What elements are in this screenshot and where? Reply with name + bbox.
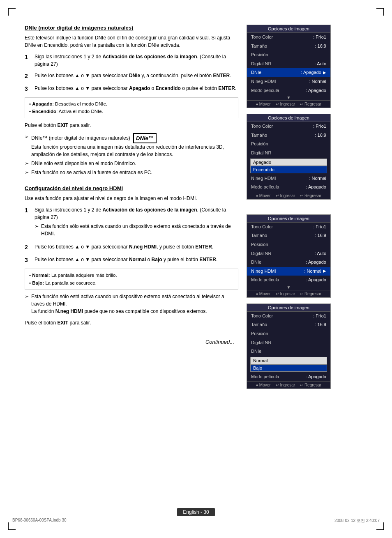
osd-3-value-digitalnr: : Auto xyxy=(315,250,326,258)
dnie-bullet-2: ➢ DNIe sólo está disponible en el modo D… xyxy=(25,160,238,167)
osd-2-label-digitalnr: Digital NR xyxy=(251,149,272,157)
osd-2-label-tamano: Tamaño xyxy=(251,132,267,139)
step-2-number: 2 xyxy=(25,72,31,80)
osd-2-row-nneg: N.neg HDMI : Normal xyxy=(247,174,330,183)
osd-3-row-4: Digital NR : Auto xyxy=(247,249,330,258)
osd-3-row-modo: Modo película : Apagado xyxy=(247,276,330,285)
osd-2-footer-regresar: ↩ Regresar xyxy=(300,193,321,198)
osd-1-value-tamano: : 16:9 xyxy=(315,43,326,50)
left-column: DNIe (motor digital de imágenes naturale… xyxy=(25,25,238,395)
osd-1-label-nneg: N.neg HDMI xyxy=(251,78,276,85)
osd-1-row-dnie: DNIe : Apagado ▶ xyxy=(247,68,330,77)
osd-3-label-digitalnr: Digital NR xyxy=(251,250,272,258)
osd-4-label-modo: Modo película xyxy=(251,373,279,381)
osd-section-spacer xyxy=(247,205,333,214)
osd-4-label-dnie: DNIe xyxy=(251,348,261,355)
page-footer: English - 30 BP68-00660A-00SPA.indb 30 2… xyxy=(0,508,392,524)
osd-4-row-dnie: DNIe xyxy=(247,347,330,356)
osd-2-row-4: Digital NR xyxy=(247,149,330,158)
step-1-number: 1 xyxy=(25,53,31,68)
osd-4-row-1: Tono Color : Frío1 xyxy=(247,312,330,321)
main-content: DNIe (motor digital de imágenes naturale… xyxy=(25,25,369,395)
osd-2-row-modo: Modo película : Apagado xyxy=(247,183,330,192)
osd-2-value-tamano: : 16:9 xyxy=(315,132,326,139)
hdmi-step-2-number: 2 xyxy=(25,243,31,252)
osd-2-footer-ingresar: ↵ Ingresar xyxy=(276,193,295,198)
osd-3-label-dnie: DNIe xyxy=(251,259,261,266)
osd-4-row-3: Posición xyxy=(247,329,330,338)
osd-3-value-modo: : Apagado xyxy=(306,276,326,284)
osd-3-row-3: Posición xyxy=(247,240,330,249)
osd-1-row-4: Digital NR : Auto xyxy=(247,60,330,69)
osd-4-footer-regresar: ↩ Regresar xyxy=(300,383,321,387)
osd-3-label-modo: Modo película xyxy=(251,276,279,284)
step-3-number: 3 xyxy=(25,85,31,93)
osd-2-footer-mover: ♦ Mover xyxy=(256,193,271,198)
arrow-icon-5: ➢ xyxy=(25,293,29,315)
osd-3-footer-mover: ♦ Mover xyxy=(256,292,271,296)
arrow-icon-3: ➢ xyxy=(25,169,29,176)
osd-1-title: Opciones de imagen xyxy=(247,25,330,33)
dnie-infobox-line1: • Apagado: Desactiva el modo DNIe. xyxy=(29,100,234,108)
dnie-infobox: • Apagado: Desactiva el modo DNIe. • Enc… xyxy=(25,97,238,118)
step-1-content: Siga las instrucciones 1 y 2 de Activaci… xyxy=(35,53,238,68)
osd-3-row-dnie: DNIe : Apagado xyxy=(247,258,330,267)
osd-4-footer: ♦ Mover ↵ Ingresar ↩ Regresar xyxy=(247,381,330,389)
osd-4-value-tonocolor: : Frío1 xyxy=(313,313,326,320)
page: DNIe (motor digital de imágenes naturale… xyxy=(0,0,392,538)
osd-1-label-dnie: DNIe xyxy=(251,69,261,76)
osd-4-footer-mover: ♦ Mover xyxy=(256,383,271,387)
osd-1-row-2: Tamaño : 16:9 xyxy=(247,42,330,51)
hdmi-exit: Pulse el botón EXIT para salir. xyxy=(25,319,238,326)
osd-1-label-tamano: Tamaño xyxy=(251,43,267,50)
corner-tr xyxy=(376,8,384,16)
hdmi-step-2-content: Pulse los botones ▲ o ▼ para seleccionar… xyxy=(35,243,238,252)
osd-4-row-2: Tamaño : 16:9 xyxy=(247,320,330,329)
hdmi-step-1-number: 1 xyxy=(25,206,31,239)
dnie-bullet-1-content: DNIe™ (motor digital de imágenes natural… xyxy=(31,133,238,159)
osd-2-footer: ♦ Mover ↵ Ingresar ↩ Regresar xyxy=(247,192,330,199)
hdmi-step1-subbullet-content: Esta función sólo está activa cuando un … xyxy=(41,223,238,237)
osd-1-label-posicion: Posición xyxy=(251,51,268,59)
step-3-content: Pulse los botones ▲ o ▼ para seleccionar… xyxy=(35,85,238,93)
osd-1-label-digitalnr: Digital NR xyxy=(251,60,272,68)
osd-4-footer-ingresar: ↵ Ingresar xyxy=(276,383,295,387)
osd-4-label-digitalnr: Digital NR xyxy=(251,339,272,347)
osd-4-dropdown-option1: Normal xyxy=(250,357,327,364)
osd-1-footer: ♦ Mover ↵ Ingresar ↩ Regresar xyxy=(247,100,330,108)
osd-3-value-dnie: : Apagado xyxy=(306,259,326,266)
osd-3-row-1: Tono Color : Frío1 xyxy=(247,223,330,232)
section-dnie-title: DNIe (motor digital de imágenes naturale… xyxy=(25,25,238,31)
osd-2-dropdown-area: Apagado Encendido xyxy=(247,158,330,174)
osd-2-label-nneg: N.neg HDMI xyxy=(251,175,276,182)
osd-1-value-dnie: : Apagado ▶ xyxy=(301,69,326,76)
right-column: Opciones de imagen Tono Color : Frío1 Ta… xyxy=(247,25,333,395)
osd-3-label-nneg: N.neg HDMI xyxy=(251,268,276,275)
osd-3-title: Opciones de imagen xyxy=(247,215,330,223)
osd-4-value-tamano: : 16:9 xyxy=(315,321,326,329)
osd-4-value-modo: : Apagado xyxy=(306,373,326,381)
osd-box-1: Opciones de imagen Tono Color : Frío1 Ta… xyxy=(247,25,331,108)
osd-1-footer-regresar: ↩ Regresar xyxy=(300,102,321,106)
osd-1-value-nneg: : Normal xyxy=(309,78,326,85)
continued-text: Continued... xyxy=(25,339,234,345)
osd-4-row-4: Digital NR xyxy=(247,338,330,347)
osd-box-4: Opciones de imagen Tono Color : Frío1 Ta… xyxy=(247,303,331,389)
osd-4-title: Opciones de imagen xyxy=(247,304,330,312)
osd-4-row-modo: Modo película : Apagado xyxy=(247,372,330,382)
dnie-bullet-3: ➢ Esta función no se activa si la fuente… xyxy=(25,169,238,176)
osd-3-label-posicion: Posición xyxy=(251,241,268,248)
section-dnie-intro: Este televisor incluye la función DNIe c… xyxy=(25,34,238,49)
osd-3-label-tamano: Tamaño xyxy=(251,232,267,239)
osd-2-value-modo: : Apagado xyxy=(306,184,326,191)
osd-1-row-nneg: N.neg HDMI : Normal xyxy=(247,77,330,86)
osd-4-label-posicion: Posición xyxy=(251,330,268,338)
osd-1-value-digitalnr: : Auto xyxy=(315,60,326,68)
section-hdmi: Configuración del nivel de negro HDMI Us… xyxy=(25,185,238,326)
dnie-bullet-2-content: DNIe sólo está disponible en el modo Din… xyxy=(31,160,238,167)
osd-2-row-2: Tamaño : 16:9 xyxy=(247,131,330,140)
osd-2-dropdown-option2: Encendido xyxy=(250,166,327,173)
osd-3-value-nneg: : Normal ▶ xyxy=(304,268,326,275)
hdmi-bullet-note: ➢ Esta función sólo está activa cuando u… xyxy=(25,293,238,315)
osd-2-label-tonocolor: Tono Color xyxy=(251,123,273,130)
